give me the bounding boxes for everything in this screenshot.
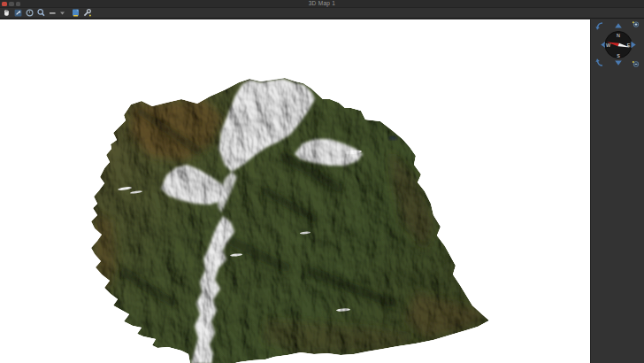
window-title: 3D Map 1: [0, 0, 644, 7]
zoom-extent-icon: [13, 8, 23, 18]
rotate-cw-icon: [598, 61, 603, 66]
terrain-3d-scene: [0, 19, 590, 363]
animations-menu-button[interactable]: [59, 8, 65, 18]
map-3d-toolbar: [0, 8, 644, 19]
navigation-panel: N S W E: [590, 19, 644, 363]
tilt-up-button[interactable]: [615, 23, 622, 27]
camera-control-button[interactable]: [2, 8, 12, 18]
arrow-down-icon: [615, 61, 622, 66]
rotate-cw-button[interactable]: [596, 58, 603, 66]
zoom-full-button[interactable]: [13, 8, 24, 18]
compass-north-label: N: [617, 33, 620, 38]
map-3d-viewport[interactable]: [0, 19, 590, 363]
save-image-icon: [71, 8, 80, 18]
pan-hand-icon: [2, 8, 12, 18]
magnifier-glint: [632, 21, 634, 23]
measure-icon: [48, 8, 58, 18]
wrench-icon: [82, 8, 92, 18]
rotate-ccw-icon: [598, 23, 603, 27]
measure-line-button[interactable]: [48, 8, 58, 18]
dropdown-arrow-icon: [59, 9, 65, 17]
configure-button[interactable]: [81, 8, 92, 18]
rotate-ccw-arrowhead: [596, 27, 600, 30]
circle-icon: [25, 8, 34, 18]
arrow-right-icon: [631, 42, 635, 48]
tilt-down-button[interactable]: [615, 61, 622, 66]
zoom-in-button[interactable]: [632, 21, 639, 27]
zoom-out-button[interactable]: [632, 61, 639, 66]
pan-right-button[interactable]: [631, 42, 635, 48]
magnifier-icon: [36, 8, 46, 18]
on-screen-notification-button[interactable]: [25, 8, 35, 18]
camera-navigation-widget: N S W E: [594, 20, 643, 68]
rotate-cw-arrowhead: [596, 58, 600, 62]
save-as-image-button[interactable]: [70, 8, 80, 18]
arrow-up-icon: [615, 23, 622, 27]
dark-lake-speck: [388, 136, 397, 141]
title-bar: 3D Map 1: [0, 0, 644, 8]
compass[interactable]: N S W E: [605, 32, 632, 58]
compass-south-label: S: [617, 53, 620, 58]
identify-button[interactable]: [36, 8, 47, 18]
terrain-mesh: [91, 78, 489, 363]
magnifier-glint-2: [632, 61, 634, 63]
rotate-ccw-button[interactable]: [596, 23, 603, 30]
